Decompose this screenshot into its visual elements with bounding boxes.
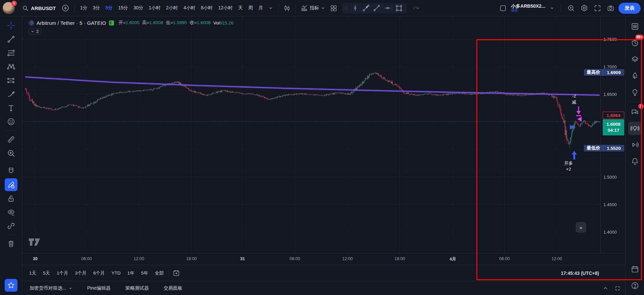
interval-switcher: 1分3分5分15分30分1小时2小时4小时8小时12小时天周月 — [78, 3, 265, 13]
collapsed-indicators-button[interactable]: 2 — [29, 28, 42, 35]
interval-2小时[interactable]: 2小时 — [164, 3, 180, 13]
flame-button[interactable] — [628, 69, 642, 82]
range-3个月[interactable]: 3个月 — [72, 269, 90, 278]
tool-trend-icon[interactable] — [373, 4, 380, 12]
interval-1分[interactable]: 1分 — [78, 3, 90, 13]
tab-screener[interactable]: 加密货币对筛选... — [30, 285, 72, 291]
layout-grid-button[interactable] — [328, 3, 339, 13]
range-全部[interactable]: 全部 — [152, 269, 167, 278]
fib-tool-button[interactable] — [5, 47, 17, 59]
reduce-position-annotation: -2减 — [572, 93, 576, 105]
favorites-star-button[interactable] — [5, 279, 17, 292]
alerts-history-button[interactable]: 99+ — [628, 36, 642, 50]
calendar-event-button[interactable] — [628, 262, 642, 276]
snapshot-camera-icon[interactable] — [605, 3, 616, 13]
magnet-tool-button[interactable] — [5, 165, 17, 177]
legend-symbol-row[interactable]: Arbitrum / Tether · 5 · GATEIO 开=1.6005 … — [29, 20, 233, 26]
compare-add-button[interactable] — [60, 3, 71, 13]
tool-rect-icon[interactable] — [395, 4, 403, 12]
close-value: 1.6008 — [197, 20, 211, 25]
range-5年[interactable]: 5年 — [139, 269, 151, 278]
sell-marker-icon[interactable] — [577, 117, 582, 123]
interval-3分[interactable]: 3分 — [91, 3, 103, 13]
interval-12小时[interactable]: 12小时 — [216, 3, 235, 13]
candlestick-chart[interactable] — [22, 16, 600, 253]
lock-open-tool-button[interactable] — [5, 192, 17, 205]
chart-pane[interactable]: Arbitrum / Tether · 5 · GATEIO 开=1.6005 … — [22, 16, 600, 253]
scroll-right-button[interactable]: » — [576, 222, 586, 233]
range-1年[interactable]: 1年 — [125, 269, 137, 278]
interval-15分[interactable]: 15分 — [116, 3, 130, 13]
favorite-drawings-toolbar — [342, 3, 407, 13]
interval-8小时[interactable]: 8小时 — [199, 3, 215, 13]
redo-button[interactable] — [411, 3, 421, 13]
interval-4小时[interactable]: 4小时 — [181, 3, 198, 13]
save-layout-label: 保存 — [511, 9, 545, 13]
price-tick: 1.4000 — [603, 230, 617, 235]
range-YTD[interactable]: YTD — [109, 269, 123, 277]
interval-1小时[interactable]: 1小时 — [146, 3, 163, 13]
interval-chevron-down-icon[interactable] — [267, 4, 275, 12]
draw-lock-tool-button[interactable] — [5, 178, 17, 191]
brush-tool-button[interactable] — [5, 88, 17, 101]
publish-button[interactable]: 发表 — [619, 3, 641, 14]
buy-marker-icon[interactable] — [570, 125, 574, 131]
live-idea-button[interactable] — [628, 122, 642, 135]
price-axis[interactable]: 1.75001.70001.65001.50001.45001.4000 — [600, 16, 625, 265]
symbol-search-button[interactable]: ARBUSDT — [19, 4, 59, 13]
bottom-tabs-row: 加密货币对筛选... Pine编辑器 策略测试器 交易面板 — [22, 281, 625, 295]
range-1天[interactable]: 1天 — [26, 269, 39, 278]
collapse-panel-chevron-up-icon[interactable] — [602, 285, 608, 291]
tradingview-logo[interactable] — [29, 238, 41, 248]
goto-date-calendar-icon[interactable] — [171, 268, 181, 278]
xabcd-tool-button[interactable] — [5, 60, 17, 73]
arbitrum-logo-icon — [29, 20, 34, 26]
settings-gear-icon[interactable] — [579, 3, 590, 13]
time-axis[interactable]: 3006:0012:0018:003106:0012:0018:004月06:0… — [22, 253, 625, 265]
range-6个月[interactable]: 6个月 — [91, 269, 108, 278]
layers-button[interactable] — [628, 53, 642, 66]
interval-周[interactable]: 周 — [246, 3, 255, 13]
maximize-panel-icon[interactable] — [614, 285, 621, 291]
interval-月[interactable]: 月 — [256, 3, 265, 13]
fullscreen-icon[interactable] — [592, 3, 603, 13]
interval-5分[interactable]: 5分 — [103, 3, 115, 13]
tab-pine-editor[interactable]: Pine编辑器 — [87, 285, 111, 291]
clock-utc[interactable]: 17:45:43 (UTC+8) — [561, 271, 599, 276]
stream-play-button[interactable] — [628, 138, 642, 152]
divider — [5, 130, 17, 131]
interval-30分[interactable]: 30分 — [131, 3, 146, 13]
panel-list-button[interactable] — [628, 20, 642, 33]
tool-hline-icon[interactable] — [384, 4, 392, 12]
layout-name-button[interactable]: 小多ARB50X2... 保存 — [511, 4, 545, 12]
text-tool-button[interactable] — [5, 102, 17, 114]
chart-style-button[interactable] — [282, 3, 292, 13]
hide-drawings-tool-button[interactable] — [5, 206, 17, 219]
range-row: 1天5天1个月3个月6个月YTD1年5年全部 17:45:43 (UTC+8) — [22, 265, 625, 281]
indicators-button[interactable]: 指标 — [299, 3, 327, 13]
trend-tool-button[interactable] — [5, 33, 17, 46]
quick-actions-icon[interactable] — [566, 3, 576, 13]
tab-trading-panel[interactable]: 交易面板 — [164, 285, 182, 291]
range-5天[interactable]: 5天 — [40, 269, 53, 278]
bell-button[interactable] — [628, 155, 642, 168]
zoom-in-tool-button[interactable] — [5, 147, 17, 160]
interval-天[interactable]: 天 — [236, 3, 245, 13]
ruler-tool-button[interactable] — [5, 133, 17, 146]
tool-arrow-icon[interactable] — [362, 4, 370, 12]
tool-vline-icon[interactable] — [352, 4, 359, 12]
low-value: 1.5995 — [173, 20, 187, 25]
tab-strategy-tester[interactable]: 策略测试器 — [125, 285, 149, 291]
projection-tool-button[interactable] — [5, 74, 17, 87]
link-tool-button[interactable] — [5, 220, 17, 232]
trash-tool-button[interactable] — [5, 237, 17, 250]
emoji-tool-button[interactable] — [5, 115, 17, 128]
layout-select-checkbox[interactable] — [498, 3, 508, 13]
chat-button[interactable]: 1 — [628, 105, 642, 119]
help-button[interactable] — [628, 279, 642, 292]
range-1个月[interactable]: 1个月 — [54, 269, 71, 278]
layout-chevron-down-icon[interactable] — [548, 4, 556, 12]
user-avatar[interactable]: 1 — [3, 2, 15, 14]
idea-bulb-button[interactable] — [628, 85, 642, 99]
crosshair-button[interactable] — [5, 19, 17, 32]
